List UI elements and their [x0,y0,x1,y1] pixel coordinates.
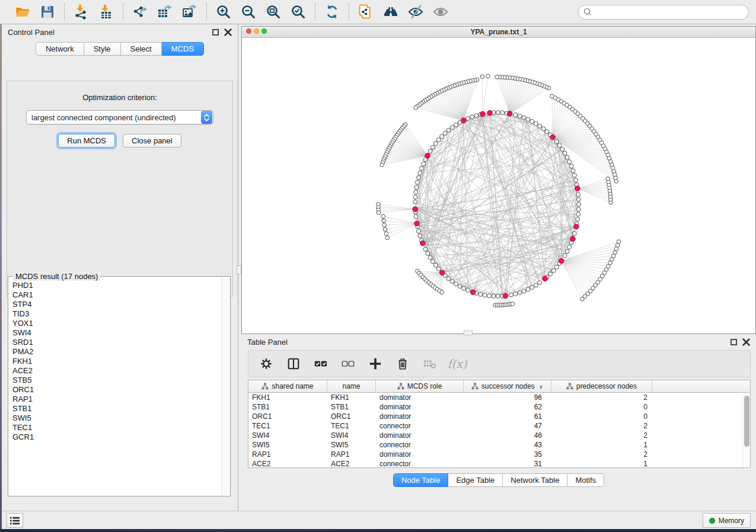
mcds-node[interactable] [439,270,445,275]
tab-select[interactable]: Select [121,42,162,56]
network-node[interactable] [443,131,447,135]
table-row[interactable]: TEC1TEC1connector472 [248,421,750,431]
mcds-result-item[interactable]: GCR1 [12,432,221,442]
memory-button[interactable]: Memory [703,513,751,528]
cell-name[interactable]: RAP1 [327,450,376,459]
zoom-selected-icon[interactable] [290,4,307,20]
network-leaf-node[interactable] [550,94,554,98]
mcds-result-item[interactable]: TEC1 [12,423,221,432]
cell-name[interactable]: STB1 [327,403,376,411]
mcds-node[interactable] [425,153,430,159]
network-leaf-node[interactable] [382,223,387,227]
tab-network[interactable]: Network [36,42,84,56]
network-node[interactable] [487,294,492,298]
cell-successor-nodes[interactable]: 46 [464,431,551,440]
network-node[interactable] [430,145,435,149]
network-node[interactable] [572,173,576,177]
add-icon[interactable] [368,357,382,371]
close-table-panel-icon[interactable] [742,338,750,346]
network-node[interactable] [433,142,438,146]
cell-name[interactable]: SWI5 [327,441,376,449]
network-node[interactable] [577,203,581,207]
cell-MCDS-role[interactable]: connector [376,441,464,449]
network-node[interactable] [522,289,526,293]
network-leaf-node[interactable] [383,227,387,232]
network-node[interactable] [569,164,573,168]
mcds-result-item[interactable]: PHD1 [12,281,221,290]
cell-MCDS-role[interactable]: connector [376,422,464,430]
cell-predecessor-nodes[interactable]: 2 [551,422,652,430]
run-mcds-button[interactable]: Run MCDS [58,134,115,148]
mcds-node[interactable] [570,236,576,242]
network-leaf-node[interactable] [440,290,444,294]
mcds-node[interactable] [420,241,426,246]
mcds-result-item[interactable]: STB1 [12,404,221,414]
network-node[interactable] [458,284,462,289]
network-leaf-node[interactable] [606,177,610,181]
network-window-titlebar[interactable]: YPA_prune.txt_1 [242,27,755,38]
network-node[interactable] [418,234,422,238]
network-leaf-node[interactable] [380,163,384,167]
mcds-result-item[interactable]: PMA2 [12,347,221,357]
network-node[interactable] [466,288,470,292]
cell-successor-nodes[interactable]: 47 [464,422,551,430]
mcds-result-scrollbar[interactable] [221,277,229,495]
network-node[interactable] [526,117,530,121]
network-node[interactable] [422,162,426,166]
mcds-node[interactable] [414,221,420,226]
tab-mcds[interactable]: MCDS [162,42,204,56]
network-node[interactable] [522,116,526,120]
network-node[interactable] [554,265,559,269]
network-leaf-node[interactable] [377,211,381,215]
network-node[interactable] [417,175,421,180]
network-leaf-node[interactable] [486,74,490,78]
mcds-node[interactable] [470,290,476,295]
network-leaf-node[interactable] [480,75,484,79]
network-node[interactable] [440,134,444,139]
cell-MCDS-role[interactable]: connector [376,460,464,468]
cell-MCDS-role[interactable]: dominator [376,403,464,411]
network-node[interactable] [557,143,562,148]
mcds-node[interactable] [575,186,580,191]
network-leaf-node[interactable] [495,75,499,79]
network-node[interactable] [446,277,451,281]
table-row[interactable]: SWI4SWI4dominator462 [248,431,750,440]
float-panel-icon[interactable] [212,29,219,36]
tab-node-table[interactable]: Node Table [393,473,449,487]
mcds-result-item[interactable]: RAP1 [12,395,221,404]
network-node[interactable] [462,286,466,290]
network-node[interactable] [518,114,522,118]
cell-successor-nodes[interactable]: 35 [464,450,551,459]
network-node[interactable] [483,293,487,297]
network-node[interactable] [414,185,419,190]
network-node[interactable] [513,113,518,117]
save-session-icon[interactable] [39,4,56,20]
cell-predecessor-nodes[interactable]: 1 [551,460,652,468]
maximize-window-icon[interactable] [261,28,267,34]
network-node[interactable] [450,126,454,130]
network-node[interactable] [436,138,441,142]
zoom-in-icon[interactable] [215,4,232,20]
mcds-result-item[interactable]: CAR1 [12,290,221,300]
task-history-button[interactable] [7,513,23,528]
network-node[interactable] [576,197,580,201]
network-node[interactable] [413,195,417,199]
network-node[interactable] [576,193,580,197]
mcds-node[interactable] [503,293,508,299]
table-row[interactable]: STB1STB1dominator620 [248,402,750,412]
network-node[interactable] [563,151,567,155]
mcds-result-item[interactable]: SWI5 [12,414,221,423]
network-node[interactable] [567,245,572,249]
close-panel-button[interactable]: Close panel [123,134,181,148]
cell-shared-name[interactable]: ACE2 [248,460,327,468]
cell-name[interactable]: ORC1 [327,412,376,421]
network-node[interactable] [492,294,496,298]
mcds-node[interactable] [480,111,486,117]
cell-predecessor-nodes[interactable]: 2 [551,393,652,402]
network-leaf-node[interactable] [511,302,515,306]
mcds-node[interactable] [413,207,418,212]
network-node[interactable] [574,178,578,182]
network-node[interactable] [551,268,556,273]
mcds-node[interactable] [507,111,512,117]
cell-shared-name[interactable]: FKH1 [248,393,327,402]
